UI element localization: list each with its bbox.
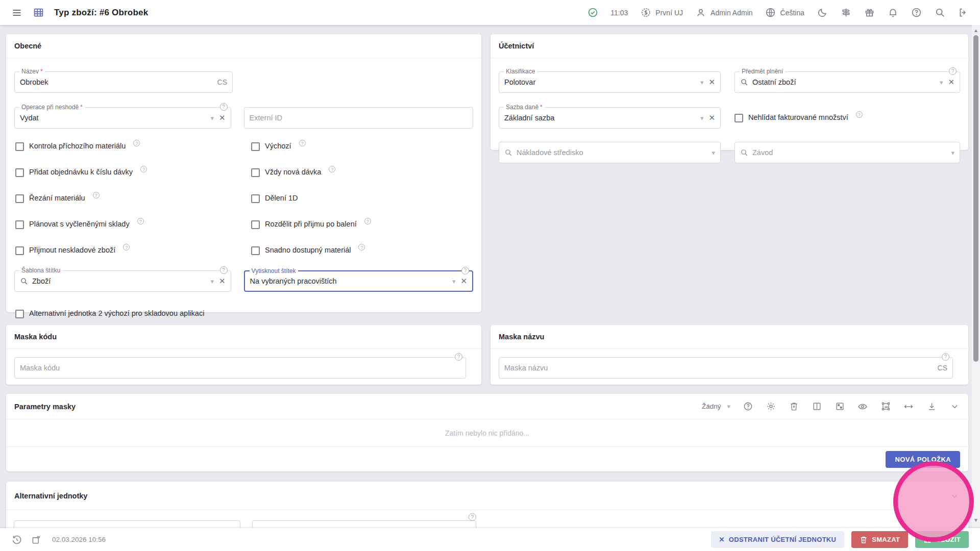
checkbox-kontrola-prichoziho-materialu[interactable]: Kontrola příchozího materiálu — [15, 142, 251, 151]
external-id-field[interactable] — [244, 107, 473, 129]
subject-input[interactable] — [752, 78, 936, 86]
eye-icon[interactable] — [857, 401, 868, 412]
code-mask-field[interactable] — [14, 357, 466, 379]
open-log-icon[interactable] — [31, 534, 42, 545]
subject-field[interactable]: Předmět plnění — [734, 71, 960, 93]
hamburger-menu-icon[interactable] — [11, 7, 22, 18]
help-icon[interactable] — [133, 140, 140, 146]
collapse-chevron-icon[interactable] — [949, 401, 960, 412]
checkbox-rezani-materialu[interactable]: Řezání materiálu — [15, 194, 251, 203]
checkbox-box[interactable] — [15, 142, 24, 151]
field-help-icon[interactable] — [220, 103, 228, 111]
chevron-down-icon[interactable] — [712, 149, 715, 157]
print-label-field[interactable]: Vytisknout štítek — [244, 270, 473, 292]
plant-input[interactable] — [752, 148, 947, 157]
chevron-down-icon[interactable] — [211, 114, 214, 122]
checkbox-deleni-1d[interactable]: Dělení 1D — [251, 194, 473, 203]
scrollbar-thumb[interactable] — [973, 35, 978, 362]
table-icon[interactable] — [33, 7, 44, 18]
clear-icon[interactable] — [708, 78, 715, 87]
clear-icon[interactable] — [460, 277, 467, 286]
field-help-icon[interactable] — [220, 266, 228, 274]
gift-icon[interactable] — [864, 7, 875, 18]
field-help-icon[interactable] — [469, 513, 476, 521]
remove-accounting-unit-button[interactable]: ODSTRANIT ÚČETNÍ JEDNOTKU — [711, 531, 845, 548]
checkbox-box[interactable] — [734, 114, 743, 122]
chevron-down-icon[interactable] — [700, 79, 704, 86]
checkbox-box[interactable] — [251, 142, 260, 151]
external-id-input[interactable] — [250, 114, 468, 122]
help-icon[interactable] — [137, 218, 144, 224]
help-icon[interactable] — [299, 140, 306, 146]
checkbox-box[interactable] — [15, 220, 24, 229]
chevron-down-icon[interactable] — [452, 278, 456, 285]
help-icon[interactable] — [140, 166, 147, 172]
help-icon[interactable] — [742, 401, 753, 412]
checkbox-box[interactable] — [251, 246, 260, 255]
settings-gear-icon[interactable] — [765, 401, 776, 412]
help-icon[interactable] — [93, 192, 100, 198]
dark-mode-icon[interactable] — [817, 7, 828, 18]
vertical-scrollbar[interactable]: ▲ ▼ — [972, 25, 980, 528]
checkbox-rozdelit-pri-prijmu[interactable]: Rozdělit při přijmu po balení — [251, 220, 473, 229]
mismatch-operation-field[interactable]: Operace při neshodě — [14, 107, 231, 129]
delete-button[interactable]: SMAZAT — [851, 531, 908, 548]
collapse-chevron-icon[interactable] — [949, 490, 960, 502]
help-icon[interactable] — [123, 244, 130, 251]
user-menu-item[interactable]: Admin Admin — [695, 7, 752, 18]
help-icon[interactable] — [364, 218, 371, 224]
image-tiles-icon[interactable] — [834, 401, 845, 412]
checkbox-box[interactable] — [251, 194, 260, 203]
trash-restore-icon[interactable] — [788, 401, 799, 412]
label-template-field[interactable]: Šablona štítku — [14, 270, 231, 292]
name-input[interactable] — [20, 78, 213, 86]
chevron-down-icon[interactable] — [940, 79, 943, 86]
classification-field[interactable]: Klasifikace — [499, 71, 721, 93]
tax-rate-field[interactable]: Sazba daně — [499, 107, 721, 129]
clear-icon[interactable] — [219, 113, 226, 122]
language-menu-item[interactable]: Čeština — [765, 7, 804, 18]
checkbox-pridat-objednavku[interactable]: Přidat objednávku k číslu dávky — [15, 168, 251, 177]
field-help-icon[interactable] — [949, 67, 957, 75]
help-icon[interactable] — [911, 7, 922, 18]
checkbox-nehlidat-mnozstvi[interactable]: Nehlídat fakturované množství — [734, 113, 863, 122]
help-icon[interactable] — [856, 111, 863, 118]
name-field[interactable]: Název CS — [14, 71, 233, 93]
name-mask-input[interactable] — [504, 364, 934, 372]
new-item-button[interactable]: NOVÁ POLOŽKA — [886, 451, 960, 468]
name-mask-field[interactable]: CS — [499, 357, 953, 379]
checkbox-planovat-sklady[interactable]: Plánovat s vyčleněnými sklady — [15, 220, 251, 229]
checkbox-box[interactable] — [251, 168, 260, 177]
scroll-up-arrow[interactable]: ▲ — [972, 26, 980, 34]
search-icon[interactable] — [934, 7, 945, 18]
field-help-icon[interactable] — [455, 353, 462, 361]
field-help-icon[interactable] — [942, 353, 949, 361]
download-icon[interactable] — [926, 401, 937, 412]
plant-field[interactable] — [734, 142, 960, 163]
history-icon[interactable] — [11, 534, 22, 545]
checkbox-alt-jednotka-2[interactable]: Alternativní jednotka 2 výchozí pro skla… — [15, 309, 473, 318]
checkbox-box[interactable] — [15, 310, 24, 318]
help-icon[interactable] — [329, 166, 335, 172]
code-mask-input[interactable] — [20, 364, 460, 372]
checkbox-box[interactable] — [15, 168, 24, 177]
chevron-down-icon[interactable] — [210, 278, 214, 285]
scroll-down-arrow[interactable]: ▼ — [972, 516, 980, 524]
tax-rate-input[interactable] — [504, 114, 696, 122]
clear-icon[interactable] — [948, 78, 954, 87]
accounting-unit-item[interactable]: První UJ — [640, 7, 683, 18]
checkbox-vzdy-nova-davka[interactable]: Vždy nová dávka — [251, 168, 473, 177]
checkbox-box[interactable] — [251, 220, 260, 229]
field-help-icon[interactable] — [461, 267, 469, 274]
expand-horizontal-icon[interactable] — [903, 401, 914, 412]
help-icon[interactable] — [358, 244, 365, 251]
cost-center-field[interactable] — [499, 142, 721, 163]
checkbox-snadno-dostupny[interactable]: Snadno dostupný materiál — [251, 246, 473, 255]
filter-dropdown[interactable]: Žádný — [702, 403, 730, 410]
notifications-icon[interactable] — [887, 7, 898, 18]
print-label-input[interactable] — [250, 277, 448, 285]
checkbox-prijmout-neskladove[interactable]: Přijmout neskladové zboží — [15, 246, 251, 255]
signpost-icon[interactable] — [840, 7, 851, 18]
mismatch-operation-input[interactable] — [20, 114, 207, 122]
save-button[interactable]: ULOŽIT — [915, 531, 969, 548]
